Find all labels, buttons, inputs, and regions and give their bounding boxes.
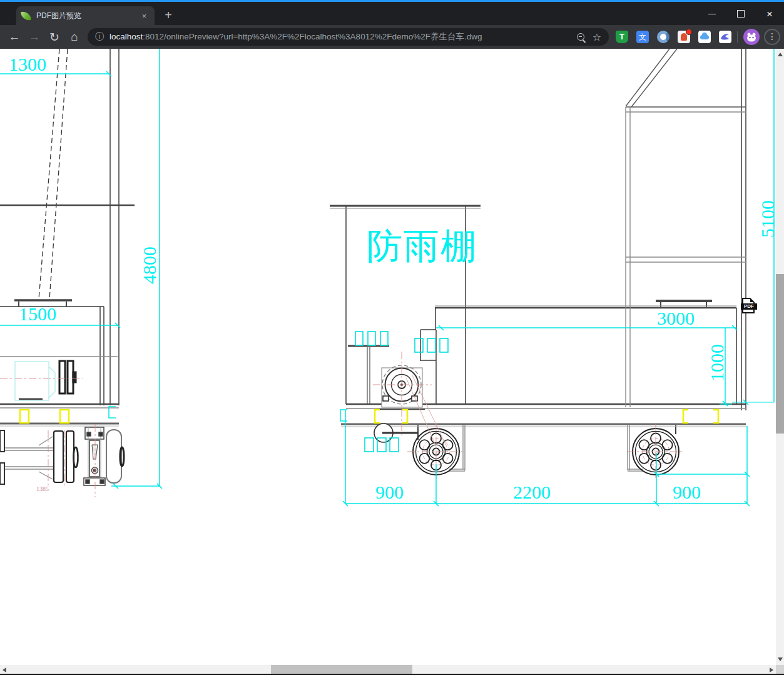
browser-window: PDF图片预览 × + × ← → ↻ ⌂ ⓘ localhost:8012/o… <box>0 0 784 675</box>
bookmark-star-icon[interactable]: ☆ <box>593 31 601 43</box>
bird-icon <box>719 31 731 43</box>
dim-1000-label: 1000 <box>708 344 726 382</box>
dim-900-left-label: 900 <box>375 483 404 502</box>
scroll-down-arrow[interactable] <box>778 657 783 661</box>
url-text: localhost:8012/onlinePreview?url=http%3A… <box>109 31 572 43</box>
vertical-scrollbar[interactable] <box>776 49 784 665</box>
new-tab-button[interactable]: + <box>160 8 176 23</box>
scrollbar-corner <box>776 665 784 674</box>
url-bar[interactable]: ⓘ localhost:8012/onlinePreview?url=http%… <box>88 28 609 46</box>
forward-button[interactable]: → <box>24 28 44 46</box>
reload-button[interactable]: ↻ <box>44 28 64 46</box>
dim-4800-label: 4800 <box>140 246 159 284</box>
dim-3000-label: 3000 <box>657 309 695 328</box>
pdf-fold-corner-icon <box>750 298 755 302</box>
maximize-icon <box>737 10 745 18</box>
translate-extension-button[interactable]: 文 <box>636 31 649 43</box>
scroll-right-arrow[interactable] <box>770 667 773 672</box>
close-icon: × <box>766 9 773 19</box>
dim-1300-label: 1300 <box>9 55 46 74</box>
cloud-icon <box>700 35 709 39</box>
browser-menu-button[interactable]: ⋮ <box>764 29 780 45</box>
tab-title: PDF图片预览 <box>36 11 139 21</box>
avatar-face-icon <box>743 29 760 45</box>
minimize-icon <box>708 14 716 14</box>
toolbar-divider <box>737 31 738 43</box>
zoom-out-icon[interactable] <box>577 33 584 41</box>
red-badge-extension-button[interactable] <box>678 31 690 43</box>
cloud-extension-button[interactable] <box>698 31 711 43</box>
red-figure-icon <box>681 33 687 41</box>
tab-close-icon[interactable]: × <box>139 11 150 21</box>
maximize-button[interactable] <box>726 4 755 24</box>
url-path: :8012/onlinePreview?url=http%3A%2F%2Floc… <box>143 32 482 41</box>
browser-tab[interactable]: PDF图片预览 × <box>16 6 155 25</box>
scroll-left-arrow[interactable] <box>3 667 6 672</box>
vertical-scrollbar-thumb[interactable] <box>776 274 784 434</box>
profile-avatar[interactable] <box>743 29 760 45</box>
bird-extension-button[interactable] <box>719 31 731 43</box>
minimize-button[interactable] <box>698 4 726 24</box>
site-info-icon[interactable]: ⓘ <box>95 31 104 43</box>
home-button[interactable]: ⌂ <box>64 28 84 46</box>
tampermonkey-extension-button[interactable]: T <box>616 31 628 43</box>
dim-5100-label: 5100 <box>758 200 776 238</box>
back-button[interactable]: ← <box>4 28 24 46</box>
scroll-up-arrow[interactable] <box>778 53 783 56</box>
url-host: localhost <box>109 32 143 41</box>
browser-toolbar: ← → ↻ ⌂ ⓘ localhost:8012/onlinePreview?u… <box>0 25 784 49</box>
horizontal-scrollbar[interactable] <box>0 665 776 674</box>
dim-1500-label: 1500 <box>19 305 56 323</box>
close-button[interactable]: × <box>755 4 784 24</box>
dim-2200-label: 2200 <box>513 483 551 502</box>
window-controls: × <box>698 4 784 24</box>
dwg-preview-page: 1300 1500 4800 5100 3000 1000 900 2200 9… <box>0 49 776 665</box>
blue-ring-extension-button[interactable] <box>657 31 669 43</box>
tab-strip: PDF图片预览 × + × <box>0 2 784 25</box>
extensions-area: T 文 <box>616 31 731 43</box>
cad-drawing <box>0 49 776 665</box>
horizontal-scrollbar-thumb[interactable] <box>271 665 412 674</box>
spring-leaf-favicon-icon <box>21 11 31 21</box>
dim-1385-label: 1385 <box>36 485 49 492</box>
notification-badge <box>686 29 692 35</box>
canopy-annotation: 防雨棚 <box>367 225 477 267</box>
pdf-file-button[interactable]: PDF <box>742 298 755 313</box>
dim-900-right-label: 900 <box>673 483 701 502</box>
pdf-icon: PDF <box>741 303 757 310</box>
